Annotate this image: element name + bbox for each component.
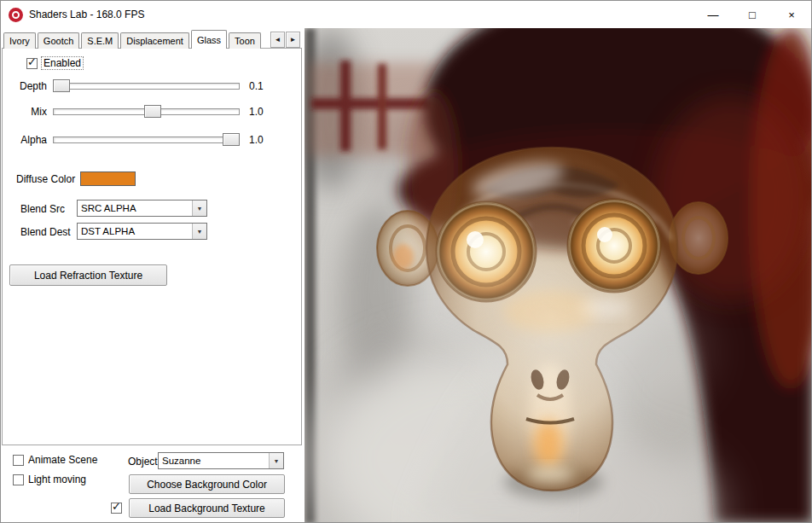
blend-dest-label: Blend Dest xyxy=(20,226,71,238)
shader-tabs: Ivory Gootch S.E.M Displacement Glass To… xyxy=(3,30,263,49)
dropdown-arrow-icon: ▼ xyxy=(192,200,206,216)
load-background-texture-checkbox[interactable]: ✓ xyxy=(111,503,122,514)
blend-dest-dropdown[interactable]: DST ALPHA ▼ xyxy=(77,223,207,240)
animate-scene-label[interactable]: Animate Scene xyxy=(28,454,97,466)
enabled-checkbox[interactable]: ✓ xyxy=(26,58,38,69)
load-background-texture-button[interactable]: Load Background Texture xyxy=(129,498,285,518)
tab-gootch[interactable]: Gootch xyxy=(38,32,79,49)
mix-label: Mix xyxy=(9,106,47,118)
alpha-slider-track[interactable] xyxy=(53,137,240,143)
tab-scroll-left-button[interactable]: ◄ xyxy=(270,32,285,48)
tab-scroll-right-button[interactable]: ► xyxy=(286,32,300,48)
minimize-icon: — xyxy=(708,9,719,21)
tab-label: Glass xyxy=(197,35,221,45)
depth-value: 0.1 xyxy=(249,80,264,92)
load-refraction-texture-button[interactable]: Load Refraction Texture xyxy=(9,264,167,286)
blend-dest-value: DST ALPHA xyxy=(78,224,192,239)
viewport-render xyxy=(304,28,812,523)
window-controls: — □ × xyxy=(693,1,811,28)
depth-slider-thumb[interactable] xyxy=(53,79,70,92)
dropdown-arrow-icon: ▼ xyxy=(269,453,283,468)
app-icon xyxy=(9,8,23,22)
light-moving-row: Light moving xyxy=(13,474,86,485)
app-window: Shaders Lab - 168.0 FPS — □ × Ivory Goot… xyxy=(0,0,812,523)
enabled-checkbox-row: ✓ Enabled xyxy=(26,57,83,69)
app-logo-icon xyxy=(12,11,20,19)
maximize-icon: □ xyxy=(749,9,756,21)
animate-scene-checkbox[interactable] xyxy=(13,455,24,466)
light-moving-checkbox[interactable] xyxy=(13,474,24,485)
tab-displacement[interactable]: Displacement xyxy=(120,32,189,49)
object-dropdown[interactable]: Suzanne ▼ xyxy=(158,452,284,469)
blend-src-dropdown[interactable]: SRC ALPHA ▼ xyxy=(77,200,207,217)
tab-label: Toon xyxy=(235,36,255,46)
alpha-value: 1.0 xyxy=(249,134,264,146)
choose-background-color-button[interactable]: Choose Background Color xyxy=(129,474,285,494)
tab-glass[interactable]: Glass xyxy=(191,30,227,49)
check-icon: ✓ xyxy=(27,56,37,67)
blend-src-value: SRC ALPHA xyxy=(78,200,192,216)
animate-scene-row: Animate Scene xyxy=(13,454,97,466)
tab-label: S.E.M xyxy=(87,36,113,46)
render-viewport[interactable] xyxy=(304,28,812,523)
arrow-left-icon: ◄ xyxy=(275,36,281,44)
mix-value: 1.0 xyxy=(249,106,264,118)
alpha-label: Alpha xyxy=(9,134,47,146)
depth-slider-track[interactable] xyxy=(53,83,240,90)
tab-toon[interactable]: Toon xyxy=(229,32,261,49)
tab-ivory[interactable]: Ivory xyxy=(3,32,36,49)
object-value: Suzanne xyxy=(159,453,269,468)
tab-label: Gootch xyxy=(44,36,73,46)
alpha-slider-thumb[interactable] xyxy=(223,133,240,146)
tab-sem[interactable]: S.E.M xyxy=(81,32,119,49)
tab-scroll-buttons: ◄ ► xyxy=(270,32,301,48)
diffuse-color-swatch[interactable] xyxy=(80,171,136,186)
glass-tab-panel: ✓ Enabled Depth 0.1 Mix 1.0 Alpha 1.0 Di… xyxy=(2,48,302,445)
maximize-button[interactable]: □ xyxy=(733,1,772,28)
titlebar: Shaders Lab - 168.0 FPS — □ × xyxy=(1,1,811,28)
object-label: Object xyxy=(128,456,158,468)
enabled-label[interactable]: Enabled xyxy=(42,57,83,69)
tab-label: Ivory xyxy=(9,36,30,46)
check-icon: ✓ xyxy=(112,501,121,512)
diffuse-color-label: Diffuse Color xyxy=(16,173,75,185)
window-title: Shaders Lab - 168.0 FPS xyxy=(29,9,144,20)
arrow-right-icon: ► xyxy=(290,36,297,44)
close-icon: × xyxy=(788,9,795,21)
minimize-button[interactable]: — xyxy=(693,1,733,28)
blend-src-label: Blend Src xyxy=(20,203,65,215)
depth-label: Depth xyxy=(9,80,47,92)
light-moving-label[interactable]: Light moving xyxy=(28,474,86,485)
mix-slider-thumb[interactable] xyxy=(144,105,161,118)
dropdown-arrow-icon: ▼ xyxy=(192,224,206,239)
close-button[interactable]: × xyxy=(772,1,811,28)
shader-control-panel: Ivory Gootch S.E.M Displacement Glass To… xyxy=(1,28,304,523)
tab-label: Displacement xyxy=(126,36,183,46)
